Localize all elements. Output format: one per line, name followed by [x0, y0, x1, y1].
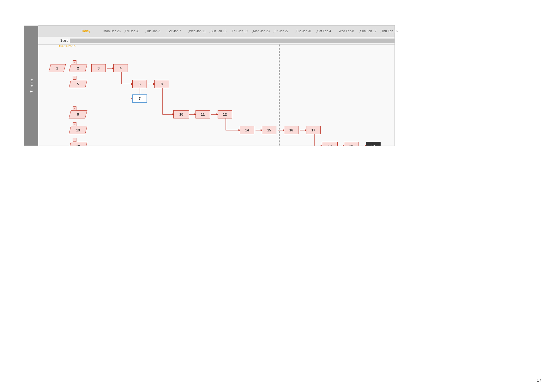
node-1: 1 [49, 64, 66, 72]
node-21: 21 [366, 142, 381, 146]
start-row: Start [38, 37, 394, 45]
node-6: 6 [132, 80, 147, 88]
node-2: 2 [69, 64, 87, 72]
node-16: 16 [284, 126, 298, 134]
today-marker: Today [81, 26, 90, 37]
timeline-dates: Today Mon Dec 26 Fri Dec 30 Tue Jan 3 Sa… [38, 26, 394, 37]
date-sat-jan7: Sat Jan 7 [166, 26, 181, 37]
date-thu-feb16: Thu Feb 16 [380, 26, 398, 37]
dashed-vertical-line [279, 45, 280, 146]
node-5: 5 [69, 80, 87, 88]
node-9-icon: − [73, 106, 76, 110]
node-8: 8 [154, 80, 169, 88]
page-number: 17 [537, 378, 541, 383]
date-mon-dec26: Mon Dec 26 [102, 26, 121, 37]
date-sat-feb4: Sat Feb 4 [316, 26, 331, 37]
date-tue-jan3: Tue Jan 3 [145, 26, 160, 37]
node-17: 17 [306, 126, 321, 134]
date-fri-jan27: Fri Jan 27 [273, 26, 288, 37]
arrows-svg [38, 45, 394, 146]
node-3: 3 [91, 64, 106, 72]
node-13: 13 [69, 126, 87, 134]
node-12: 12 [218, 110, 232, 118]
node-10: 10 [173, 110, 189, 118]
node-5-icon: − [73, 76, 76, 80]
node-20: 20 [344, 142, 358, 146]
diagram-area: 1 − 2 3 4 − 5 6 7 8 − [38, 45, 394, 146]
node-2-icon: − [73, 60, 76, 64]
node-11: 11 [196, 110, 210, 118]
date-wed-jan11: Wed Jan 11 [188, 26, 206, 37]
node-15: 15 [262, 126, 276, 134]
node-19: 19 [322, 142, 338, 146]
date-wed-feb8: Wed Feb 8 [338, 26, 354, 37]
date-mon-jan23: Mon Jan 23 [252, 26, 270, 37]
node-18: 18 [69, 142, 87, 146]
date-thu-jan19: Thu Jan 19 [231, 26, 248, 37]
page: Timeline Today Mon Dec 26 Fri Dec 30 Tue… [0, 0, 554, 392]
start-bar [70, 39, 394, 43]
date-fri-dec30: Fri Dec 30 [124, 26, 140, 37]
node-7: 7 [132, 94, 147, 103]
start-date: Tue 12/20/16 [59, 45, 75, 48]
timeline-container: Timeline Today Mon Dec 26 Fri Dec 30 Tue… [38, 25, 395, 146]
node-13-icon: − [73, 122, 76, 126]
date-sun-jan15: Sun Jan 15 [209, 26, 226, 37]
timeline-header: Today Mon Dec 26 Fri Dec 30 Tue Jan 3 Sa… [38, 26, 394, 37]
node-4: 4 [113, 64, 128, 72]
node-18-icon: − [73, 138, 76, 142]
start-label: Start [60, 39, 68, 42]
timeline-label: Timeline [24, 26, 38, 146]
node-14: 14 [240, 126, 254, 134]
node-9: 9 [69, 110, 87, 118]
date-tue-jan31: Tue Jan 31 [295, 26, 311, 37]
date-sun-feb12: Sun Feb 12 [359, 26, 376, 37]
